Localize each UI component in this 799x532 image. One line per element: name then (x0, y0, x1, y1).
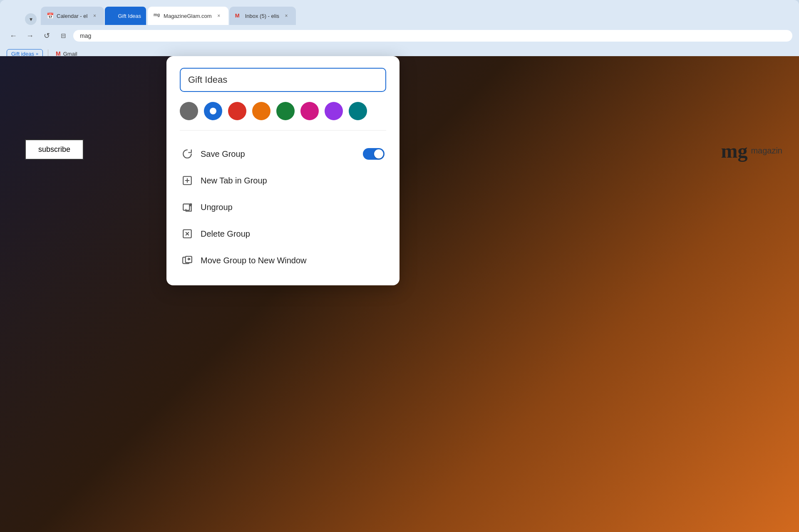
ungroup-icon (181, 201, 193, 213)
move-group-item[interactable]: Move Group to New Window (180, 247, 386, 274)
color-green[interactable] (276, 102, 295, 120)
calendar-favicon: 📅 (47, 12, 53, 19)
color-pink[interactable] (300, 102, 319, 120)
forward-button[interactable]: → (23, 29, 37, 42)
ungroup-label: Ungroup (201, 203, 385, 212)
delete-group-label: Delete Group (201, 229, 385, 239)
save-group-label: Save Group (201, 149, 355, 159)
inbox-tab-close[interactable]: × (283, 12, 290, 20)
color-blue[interactable] (204, 102, 222, 120)
magazine-tab-title: MagazineGlam.com (164, 13, 212, 19)
subscribe-area: subscribe (25, 139, 84, 160)
calendar-tab-close[interactable]: × (91, 12, 98, 20)
gift-ideas-chevron: » (36, 51, 38, 56)
svg-rect-3 (183, 204, 189, 210)
mg-logo-subtitle: magazin (751, 146, 782, 156)
subscribe-button[interactable]: subscribe (25, 139, 84, 160)
color-swatches (180, 102, 386, 131)
tab-search-button[interactable]: ⊟ (57, 29, 70, 42)
delete-group-icon (181, 228, 193, 240)
magazine-tab-close[interactable]: × (215, 12, 223, 20)
move-group-label: Move Group to New Window (201, 256, 385, 265)
inbox-favicon: M (235, 12, 242, 19)
page-background: subscribe mg magazin (0, 56, 799, 532)
mg-logo-area: mg magazin (721, 139, 782, 162)
save-group-icon (181, 148, 193, 160)
color-red[interactable] (228, 102, 246, 120)
calendar-tab[interactable]: 📅 Calendar - el × (41, 7, 104, 25)
new-tab-icon (181, 175, 193, 186)
mg-logo: mg (721, 139, 747, 162)
color-gray[interactable] (180, 102, 198, 120)
save-group-toggle[interactable] (363, 148, 385, 160)
delete-group-item[interactable]: Delete Group (180, 220, 386, 247)
gift-ideas-group-label[interactable]: ⟳ Gift Ideas (105, 7, 146, 25)
move-group-icon (181, 255, 193, 266)
address-bar[interactable]: mag (73, 30, 792, 42)
nav-bar: ← → ↺ ⊟ mag (0, 25, 799, 47)
magazine-favicon: mg (154, 12, 160, 19)
magazine-tab[interactable]: mg MagazineGlam.com × (148, 7, 228, 25)
group-name-input[interactable] (180, 68, 386, 92)
color-orange[interactable] (252, 102, 270, 120)
ungroup-item[interactable]: Ungroup (180, 194, 386, 220)
calendar-tab-title: Calendar - el (57, 13, 87, 19)
tab-group-popup: Save Group New Tab in Group Ungroup (166, 56, 400, 285)
gift-ideas-sync-icon: ⟳ (110, 12, 115, 20)
color-teal[interactable] (349, 102, 367, 120)
gift-ideas-group-name: Gift Ideas (118, 13, 141, 19)
tab-bar: ▾ 📅 Calendar - el × ⟳ Gift Ideas mg Maga… (0, 0, 799, 25)
new-tab-label: New Tab in Group (201, 176, 385, 186)
save-group-item[interactable]: Save Group (180, 141, 386, 167)
address-text: mag (80, 32, 91, 39)
color-purple[interactable] (325, 102, 343, 120)
back-button[interactable]: ← (7, 29, 20, 42)
inbox-tab[interactable]: M Inbox (5) - elis × (229, 7, 296, 25)
tab-nav-button[interactable]: ▾ (25, 13, 37, 25)
browser-chrome: ▾ 📅 Calendar - el × ⟳ Gift Ideas mg Maga… (0, 0, 799, 56)
inbox-tab-title: Inbox (5) - elis (245, 13, 279, 19)
reload-button[interactable]: ↺ (40, 29, 53, 42)
new-tab-in-group-item[interactable]: New Tab in Group (180, 167, 386, 194)
